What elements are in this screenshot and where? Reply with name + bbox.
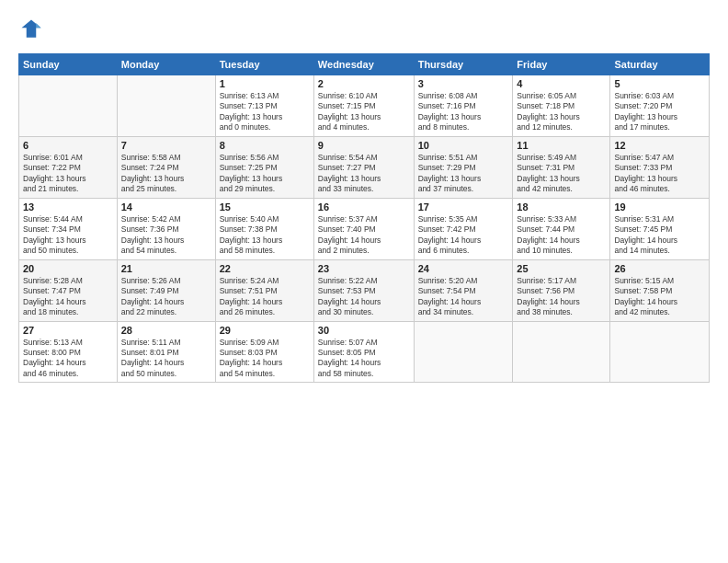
calendar-cell: 26Sunrise: 5:15 AM Sunset: 7:58 PM Dayli… xyxy=(610,259,710,321)
day-info: Sunrise: 6:05 AM Sunset: 7:18 PM Dayligh… xyxy=(517,91,606,133)
weekday-header-monday: Monday xyxy=(117,54,215,75)
day-info: Sunrise: 5:07 AM Sunset: 8:05 PM Dayligh… xyxy=(318,338,410,380)
day-number: 29 xyxy=(220,325,310,336)
day-info: Sunrise: 5:49 AM Sunset: 7:31 PM Dayligh… xyxy=(517,153,606,195)
calendar-cell: 19Sunrise: 5:31 AM Sunset: 7:45 PM Dayli… xyxy=(610,198,710,259)
calendar-cell: 29Sunrise: 5:09 AM Sunset: 8:03 PM Dayli… xyxy=(215,321,313,383)
calendar-cell: 25Sunrise: 5:17 AM Sunset: 7:56 PM Dayli… xyxy=(513,259,610,321)
day-info: Sunrise: 5:24 AM Sunset: 7:51 PM Dayligh… xyxy=(220,276,310,318)
day-number: 15 xyxy=(220,201,310,213)
calendar-cell: 8Sunrise: 5:56 AM Sunset: 7:25 PM Daylig… xyxy=(215,136,313,198)
calendar-cell: 9Sunrise: 5:54 AM Sunset: 7:27 PM Daylig… xyxy=(313,136,414,198)
day-info: Sunrise: 5:44 AM Sunset: 7:34 PM Dayligh… xyxy=(23,214,113,257)
day-info: Sunrise: 5:54 AM Sunset: 7:27 PM Dayligh… xyxy=(318,153,410,195)
calendar-cell xyxy=(610,321,710,383)
calendar-cell: 30Sunrise: 5:07 AM Sunset: 8:05 PM Dayli… xyxy=(313,321,414,383)
day-number: 20 xyxy=(23,263,113,274)
day-number: 25 xyxy=(517,263,606,274)
day-info: Sunrise: 6:13 AM Sunset: 7:13 PM Dayligh… xyxy=(220,91,310,133)
weekday-header-thursday: Thursday xyxy=(414,54,513,75)
day-info: Sunrise: 5:51 AM Sunset: 7:29 PM Dayligh… xyxy=(418,153,509,195)
day-number: 7 xyxy=(121,140,211,151)
calendar-body: 1Sunrise: 6:13 AM Sunset: 7:13 PM Daylig… xyxy=(19,75,710,383)
calendar-cell: 23Sunrise: 5:22 AM Sunset: 7:53 PM Dayli… xyxy=(313,259,414,321)
day-info: Sunrise: 5:56 AM Sunset: 7:25 PM Dayligh… xyxy=(220,153,310,195)
day-number: 8 xyxy=(220,140,310,151)
day-number: 12 xyxy=(614,140,705,151)
day-info: Sunrise: 6:03 AM Sunset: 7:20 PM Dayligh… xyxy=(614,91,705,133)
calendar-cell: 5Sunrise: 6:03 AM Sunset: 7:20 PM Daylig… xyxy=(610,75,710,137)
calendar-cell: 2Sunrise: 6:10 AM Sunset: 7:15 PM Daylig… xyxy=(313,75,414,137)
day-number: 4 xyxy=(517,78,606,89)
day-number: 30 xyxy=(318,325,410,336)
day-number: 17 xyxy=(418,201,509,213)
calendar-cell: 1Sunrise: 6:13 AM Sunset: 7:13 PM Daylig… xyxy=(215,75,313,137)
calendar-cell: 14Sunrise: 5:42 AM Sunset: 7:36 PM Dayli… xyxy=(117,198,215,259)
day-info: Sunrise: 5:26 AM Sunset: 7:49 PM Dayligh… xyxy=(121,276,211,318)
day-number: 14 xyxy=(121,201,211,213)
day-info: Sunrise: 5:15 AM Sunset: 7:58 PM Dayligh… xyxy=(614,276,705,318)
day-info: Sunrise: 5:42 AM Sunset: 7:36 PM Dayligh… xyxy=(121,214,211,257)
day-number: 16 xyxy=(318,201,410,213)
calendar-cell: 21Sunrise: 5:26 AM Sunset: 7:49 PM Dayli… xyxy=(117,259,215,321)
calendar-cell: 12Sunrise: 5:47 AM Sunset: 7:33 PM Dayli… xyxy=(610,136,710,198)
day-number: 5 xyxy=(614,78,705,89)
weekday-header-friday: Friday xyxy=(513,54,610,75)
weekday-header-wednesday: Wednesday xyxy=(313,54,414,75)
logo xyxy=(18,17,48,42)
day-info: Sunrise: 5:28 AM Sunset: 7:47 PM Dayligh… xyxy=(23,276,113,318)
calendar-cell xyxy=(19,75,118,137)
day-info: Sunrise: 5:20 AM Sunset: 7:54 PM Dayligh… xyxy=(418,276,509,318)
calendar-cell: 7Sunrise: 5:58 AM Sunset: 7:24 PM Daylig… xyxy=(117,136,215,198)
calendar-week-row: 6Sunrise: 6:01 AM Sunset: 7:22 PM Daylig… xyxy=(19,136,710,198)
day-number: 18 xyxy=(517,201,606,213)
day-number: 9 xyxy=(318,140,410,151)
svg-marker-0 xyxy=(22,20,41,38)
day-info: Sunrise: 5:13 AM Sunset: 8:00 PM Dayligh… xyxy=(23,338,113,380)
day-number: 26 xyxy=(614,263,705,274)
calendar-cell: 6Sunrise: 6:01 AM Sunset: 7:22 PM Daylig… xyxy=(19,136,118,198)
svg-marker-1 xyxy=(36,23,40,28)
day-number: 23 xyxy=(318,263,410,274)
calendar-cell: 27Sunrise: 5:13 AM Sunset: 8:00 PM Dayli… xyxy=(19,321,118,383)
calendar-header: SundayMondayTuesdayWednesdayThursdayFrid… xyxy=(19,54,710,75)
calendar-week-row: 20Sunrise: 5:28 AM Sunset: 7:47 PM Dayli… xyxy=(19,259,710,321)
calendar-week-row: 27Sunrise: 5:13 AM Sunset: 8:00 PM Dayli… xyxy=(19,321,710,383)
day-info: Sunrise: 6:10 AM Sunset: 7:15 PM Dayligh… xyxy=(318,91,410,133)
day-number: 22 xyxy=(220,263,310,274)
calendar-cell: 10Sunrise: 5:51 AM Sunset: 7:29 PM Dayli… xyxy=(414,136,513,198)
day-info: Sunrise: 5:35 AM Sunset: 7:42 PM Dayligh… xyxy=(418,214,509,257)
calendar-cell xyxy=(117,75,215,137)
day-info: Sunrise: 5:40 AM Sunset: 7:38 PM Dayligh… xyxy=(220,214,310,257)
calendar-cell: 4Sunrise: 6:05 AM Sunset: 7:18 PM Daylig… xyxy=(513,75,610,137)
day-number: 28 xyxy=(121,325,211,336)
calendar-cell: 13Sunrise: 5:44 AM Sunset: 7:34 PM Dayli… xyxy=(19,198,118,259)
weekday-header-tuesday: Tuesday xyxy=(215,54,313,75)
day-number: 2 xyxy=(318,78,410,89)
calendar-week-row: 13Sunrise: 5:44 AM Sunset: 7:34 PM Dayli… xyxy=(19,198,710,259)
day-info: Sunrise: 5:33 AM Sunset: 7:44 PM Dayligh… xyxy=(517,214,606,257)
calendar-cell: 28Sunrise: 5:11 AM Sunset: 8:01 PM Dayli… xyxy=(117,321,215,383)
calendar-cell: 24Sunrise: 5:20 AM Sunset: 7:54 PM Dayli… xyxy=(414,259,513,321)
day-info: Sunrise: 5:17 AM Sunset: 7:56 PM Dayligh… xyxy=(517,276,606,318)
day-number: 3 xyxy=(418,78,509,89)
calendar-cell: 11Sunrise: 5:49 AM Sunset: 7:31 PM Dayli… xyxy=(513,136,610,198)
header xyxy=(18,17,710,42)
weekday-header-saturday: Saturday xyxy=(610,54,710,75)
day-number: 24 xyxy=(418,263,509,274)
day-info: Sunrise: 5:37 AM Sunset: 7:40 PM Dayligh… xyxy=(318,214,410,257)
day-info: Sunrise: 6:01 AM Sunset: 7:22 PM Dayligh… xyxy=(23,153,113,195)
calendar-cell: 20Sunrise: 5:28 AM Sunset: 7:47 PM Dayli… xyxy=(19,259,118,321)
weekday-header-row: SundayMondayTuesdayWednesdayThursdayFrid… xyxy=(19,54,710,75)
day-info: Sunrise: 5:47 AM Sunset: 7:33 PM Dayligh… xyxy=(614,153,705,195)
day-info: Sunrise: 5:22 AM Sunset: 7:53 PM Dayligh… xyxy=(318,276,410,318)
calendar-cell: 17Sunrise: 5:35 AM Sunset: 7:42 PM Dayli… xyxy=(414,198,513,259)
day-info: Sunrise: 6:08 AM Sunset: 7:16 PM Dayligh… xyxy=(418,91,509,133)
calendar-cell: 3Sunrise: 6:08 AM Sunset: 7:16 PM Daylig… xyxy=(414,75,513,137)
logo-icon xyxy=(18,17,44,42)
calendar-table: SundayMondayTuesdayWednesdayThursdayFrid… xyxy=(18,53,710,383)
day-number: 11 xyxy=(517,140,606,151)
calendar-cell: 22Sunrise: 5:24 AM Sunset: 7:51 PM Dayli… xyxy=(215,259,313,321)
day-info: Sunrise: 5:31 AM Sunset: 7:45 PM Dayligh… xyxy=(614,214,705,257)
calendar-week-row: 1Sunrise: 6:13 AM Sunset: 7:13 PM Daylig… xyxy=(19,75,710,137)
